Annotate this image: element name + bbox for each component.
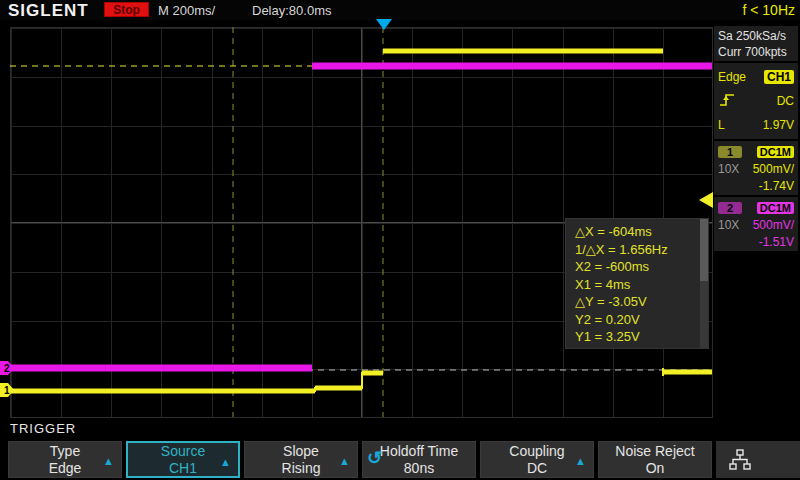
- expand-arrow-icon: ▲: [220, 454, 231, 471]
- cursor-panel-scrollbar[interactable]: [700, 219, 708, 348]
- menu-button-source[interactable]: Source CH1 ▲: [126, 441, 240, 478]
- cursor-readout-panel: △X = -604ms 1/△X = 1.656Hz X2 = -600ms X…: [565, 218, 709, 349]
- ch2-trace-segment: [10, 365, 312, 372]
- menu-button-value: On: [599, 460, 711, 477]
- menu-button-holdoff[interactable]: Holdoff Time 80ns ↺: [362, 441, 476, 478]
- trigger-position-marker: [376, 19, 392, 30]
- cursor-inv-delta-x: 1/△X = 1.656Hz: [575, 241, 694, 259]
- menu-button-coupling[interactable]: Coupling DC ▲: [480, 441, 594, 478]
- cursor-delta-x: △X = -604ms: [575, 223, 694, 241]
- trigger-level-marker: [699, 192, 713, 208]
- expand-arrow-icon: ▲: [103, 453, 114, 470]
- cursor-y2: Y2 = 0.20V: [575, 311, 694, 329]
- cursor-y1: Y1 = 3.25V: [575, 328, 694, 346]
- menu-button-type[interactable]: Type Edge ▲: [8, 441, 122, 478]
- cursor-x2: X2 = -600ms: [575, 258, 694, 276]
- expand-arrow-icon: ▲: [339, 453, 350, 470]
- ch1-trace-segment: [663, 370, 712, 375]
- ch1-trace-segment: [383, 49, 663, 54]
- soft-menu-bar: Type Edge ▲ Source CH1 ▲ Slope Rising ▲ …: [0, 440, 800, 480]
- cursor-panel-scroll-thumb[interactable]: [700, 219, 708, 281]
- menu-button-label: Noise Reject: [599, 443, 711, 460]
- universal-knob-icon: ↺: [367, 450, 382, 467]
- ch1-trace-segment: [362, 371, 383, 376]
- menu-button-noise-reject[interactable]: Noise Reject On: [598, 441, 712, 478]
- menu-section-title: TRIGGER: [10, 421, 76, 436]
- utility-panel[interactable]: [716, 441, 800, 478]
- oscilloscope-screen: SIGLENT Stop M 200ms/ Delay:80.0ms f < 1…: [0, 0, 800, 480]
- ch1-trace-segment: [10, 389, 315, 394]
- cursor-delta-y: △Y = -3.05V: [575, 293, 694, 311]
- menu-button-slope[interactable]: Slope Rising ▲: [244, 441, 358, 478]
- ch1-trace-segment: [315, 386, 362, 391]
- channel2-position-label: 2: [4, 363, 10, 374]
- expand-arrow-icon: ▲: [575, 453, 586, 470]
- cursor-x1: X1 = 4ms: [575, 276, 694, 294]
- ch2-trace-segment: [312, 63, 712, 70]
- channel1-position-label: 1: [4, 385, 10, 396]
